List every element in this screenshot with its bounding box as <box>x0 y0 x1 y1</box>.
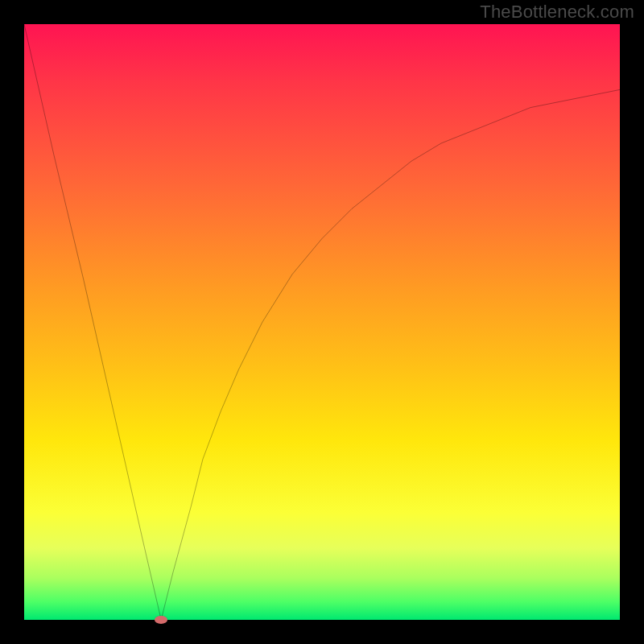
bottleneck-curve <box>24 24 620 620</box>
watermark-text: TheBottleneck.com <box>480 2 634 23</box>
curve-path <box>24 24 620 620</box>
chart-frame: TheBottleneck.com <box>0 0 644 644</box>
min-marker <box>155 616 167 624</box>
plot-area <box>24 24 620 620</box>
